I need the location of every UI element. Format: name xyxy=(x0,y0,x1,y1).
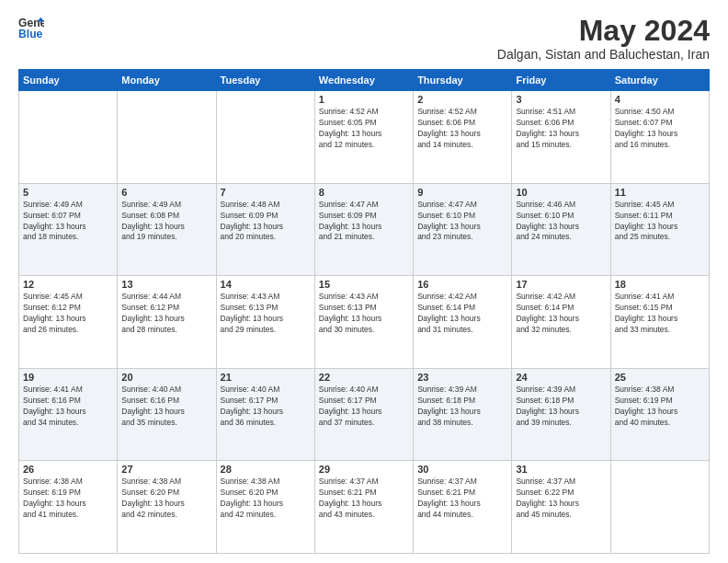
day-number: 25 xyxy=(615,372,705,383)
calendar-cell: 14Sunrise: 4:43 AM Sunset: 6:13 PM Dayli… xyxy=(216,276,314,369)
calendar-cell xyxy=(216,91,314,184)
calendar-week-3: 12Sunrise: 4:45 AM Sunset: 6:12 PM Dayli… xyxy=(19,276,710,369)
day-number: 8 xyxy=(319,187,409,198)
logo-icon: General Blue xyxy=(18,15,44,40)
calendar-cell: 23Sunrise: 4:39 AM Sunset: 6:18 PM Dayli… xyxy=(414,368,512,461)
day-number: 9 xyxy=(417,187,507,198)
calendar-cell xyxy=(19,91,118,184)
calendar-cell: 6Sunrise: 4:49 AM Sunset: 6:08 PM Daylig… xyxy=(118,183,216,276)
day-info: Sunrise: 4:52 AM Sunset: 6:06 PM Dayligh… xyxy=(417,107,507,151)
calendar-cell: 2Sunrise: 4:52 AM Sunset: 6:06 PM Daylig… xyxy=(414,91,512,184)
day-number: 12 xyxy=(23,279,113,290)
subtitle: Dalgan, Sistan and Baluchestan, Iran xyxy=(497,47,710,62)
col-tuesday: Tuesday xyxy=(216,70,314,91)
calendar-week-2: 5Sunrise: 4:49 AM Sunset: 6:07 PM Daylig… xyxy=(19,183,710,276)
day-number: 18 xyxy=(615,279,705,290)
day-info: Sunrise: 4:38 AM Sunset: 6:20 PM Dayligh… xyxy=(121,477,211,521)
day-number: 23 xyxy=(417,372,507,383)
calendar-cell: 13Sunrise: 4:44 AM Sunset: 6:12 PM Dayli… xyxy=(118,276,216,369)
day-info: Sunrise: 4:41 AM Sunset: 6:16 PM Dayligh… xyxy=(23,385,113,429)
page-header: General Blue May 2024 Dalgan, Sistan and… xyxy=(18,15,710,62)
day-info: Sunrise: 4:38 AM Sunset: 6:19 PM Dayligh… xyxy=(23,477,113,521)
day-info: Sunrise: 4:52 AM Sunset: 6:05 PM Dayligh… xyxy=(319,107,409,151)
day-number: 16 xyxy=(417,279,507,290)
calendar-cell: 12Sunrise: 4:45 AM Sunset: 6:12 PM Dayli… xyxy=(19,276,118,369)
calendar-cell: 1Sunrise: 4:52 AM Sunset: 6:05 PM Daylig… xyxy=(314,91,413,184)
day-number: 15 xyxy=(319,279,409,290)
day-number: 3 xyxy=(516,94,606,105)
day-number: 29 xyxy=(319,464,409,475)
day-number: 2 xyxy=(417,94,507,105)
calendar-cell: 31Sunrise: 4:37 AM Sunset: 6:22 PM Dayli… xyxy=(512,461,610,554)
day-number: 31 xyxy=(516,464,606,475)
day-info: Sunrise: 4:40 AM Sunset: 6:16 PM Dayligh… xyxy=(121,385,211,429)
day-info: Sunrise: 4:39 AM Sunset: 6:18 PM Dayligh… xyxy=(417,385,507,429)
calendar-cell: 11Sunrise: 4:45 AM Sunset: 6:11 PM Dayli… xyxy=(610,183,709,276)
day-info: Sunrise: 4:49 AM Sunset: 6:08 PM Dayligh… xyxy=(121,200,211,244)
day-info: Sunrise: 4:51 AM Sunset: 6:06 PM Dayligh… xyxy=(516,107,606,151)
calendar-cell: 30Sunrise: 4:37 AM Sunset: 6:21 PM Dayli… xyxy=(414,461,512,554)
day-info: Sunrise: 4:40 AM Sunset: 6:17 PM Dayligh… xyxy=(319,385,409,429)
day-info: Sunrise: 4:37 AM Sunset: 6:21 PM Dayligh… xyxy=(417,477,507,521)
day-info: Sunrise: 4:43 AM Sunset: 6:13 PM Dayligh… xyxy=(319,292,409,336)
day-number: 7 xyxy=(221,187,311,198)
day-number: 6 xyxy=(121,187,211,198)
calendar-cell: 24Sunrise: 4:39 AM Sunset: 6:18 PM Dayli… xyxy=(512,368,610,461)
header-row: Sunday Monday Tuesday Wednesday Thursday… xyxy=(19,70,710,91)
title-block: May 2024 Dalgan, Sistan and Baluchestan,… xyxy=(497,15,710,62)
day-info: Sunrise: 4:45 AM Sunset: 6:12 PM Dayligh… xyxy=(23,292,113,336)
calendar-cell: 27Sunrise: 4:38 AM Sunset: 6:20 PM Dayli… xyxy=(118,461,216,554)
calendar-week-1: 1Sunrise: 4:52 AM Sunset: 6:05 PM Daylig… xyxy=(19,91,710,184)
day-info: Sunrise: 4:50 AM Sunset: 6:07 PM Dayligh… xyxy=(615,107,705,151)
day-info: Sunrise: 4:37 AM Sunset: 6:21 PM Dayligh… xyxy=(319,477,409,521)
calendar-cell: 7Sunrise: 4:48 AM Sunset: 6:09 PM Daylig… xyxy=(216,183,314,276)
col-wednesday: Wednesday xyxy=(314,70,413,91)
calendar-cell: 4Sunrise: 4:50 AM Sunset: 6:07 PM Daylig… xyxy=(610,91,709,184)
calendar-cell: 18Sunrise: 4:41 AM Sunset: 6:15 PM Dayli… xyxy=(610,276,709,369)
calendar-cell xyxy=(610,461,709,554)
col-friday: Friday xyxy=(512,70,610,91)
calendar-week-5: 26Sunrise: 4:38 AM Sunset: 6:19 PM Dayli… xyxy=(19,461,710,554)
calendar-page: General Blue May 2024 Dalgan, Sistan and… xyxy=(0,0,728,563)
day-number: 17 xyxy=(516,279,606,290)
calendar-cell: 15Sunrise: 4:43 AM Sunset: 6:13 PM Dayli… xyxy=(314,276,413,369)
calendar-cell: 10Sunrise: 4:46 AM Sunset: 6:10 PM Dayli… xyxy=(512,183,610,276)
day-info: Sunrise: 4:38 AM Sunset: 6:19 PM Dayligh… xyxy=(615,385,705,429)
day-number: 14 xyxy=(221,279,311,290)
calendar-cell: 19Sunrise: 4:41 AM Sunset: 6:16 PM Dayli… xyxy=(19,368,118,461)
col-thursday: Thursday xyxy=(414,70,512,91)
day-number: 22 xyxy=(319,372,409,383)
day-info: Sunrise: 4:41 AM Sunset: 6:15 PM Dayligh… xyxy=(615,292,705,336)
day-number: 27 xyxy=(121,464,211,475)
day-info: Sunrise: 4:47 AM Sunset: 6:09 PM Dayligh… xyxy=(319,200,409,244)
day-number: 4 xyxy=(615,94,705,105)
day-number: 24 xyxy=(516,372,606,383)
calendar-table: Sunday Monday Tuesday Wednesday Thursday… xyxy=(18,69,710,554)
calendar-cell: 26Sunrise: 4:38 AM Sunset: 6:19 PM Dayli… xyxy=(19,461,118,554)
day-number: 11 xyxy=(615,187,705,198)
day-number: 13 xyxy=(121,279,211,290)
calendar-cell xyxy=(118,91,216,184)
day-number: 1 xyxy=(319,94,409,105)
calendar-cell: 8Sunrise: 4:47 AM Sunset: 6:09 PM Daylig… xyxy=(314,183,413,276)
day-number: 10 xyxy=(516,187,606,198)
calendar-cell: 16Sunrise: 4:42 AM Sunset: 6:14 PM Dayli… xyxy=(414,276,512,369)
logo: General Blue xyxy=(18,15,44,40)
day-info: Sunrise: 4:38 AM Sunset: 6:20 PM Dayligh… xyxy=(221,477,311,521)
calendar-cell: 9Sunrise: 4:47 AM Sunset: 6:10 PM Daylig… xyxy=(414,183,512,276)
calendar-cell: 17Sunrise: 4:42 AM Sunset: 6:14 PM Dayli… xyxy=(512,276,610,369)
calendar-cell: 20Sunrise: 4:40 AM Sunset: 6:16 PM Dayli… xyxy=(118,368,216,461)
calendar-cell: 28Sunrise: 4:38 AM Sunset: 6:20 PM Dayli… xyxy=(216,461,314,554)
main-title: May 2024 xyxy=(497,15,710,47)
day-info: Sunrise: 4:43 AM Sunset: 6:13 PM Dayligh… xyxy=(221,292,311,336)
day-info: Sunrise: 4:49 AM Sunset: 6:07 PM Dayligh… xyxy=(23,200,113,244)
col-monday: Monday xyxy=(118,70,216,91)
col-sunday: Sunday xyxy=(19,70,118,91)
day-info: Sunrise: 4:37 AM Sunset: 6:22 PM Dayligh… xyxy=(516,477,606,521)
calendar-cell: 5Sunrise: 4:49 AM Sunset: 6:07 PM Daylig… xyxy=(19,183,118,276)
day-number: 28 xyxy=(221,464,311,475)
day-number: 26 xyxy=(23,464,113,475)
day-info: Sunrise: 4:39 AM Sunset: 6:18 PM Dayligh… xyxy=(516,385,606,429)
day-number: 19 xyxy=(23,372,113,383)
calendar-cell: 3Sunrise: 4:51 AM Sunset: 6:06 PM Daylig… xyxy=(512,91,610,184)
